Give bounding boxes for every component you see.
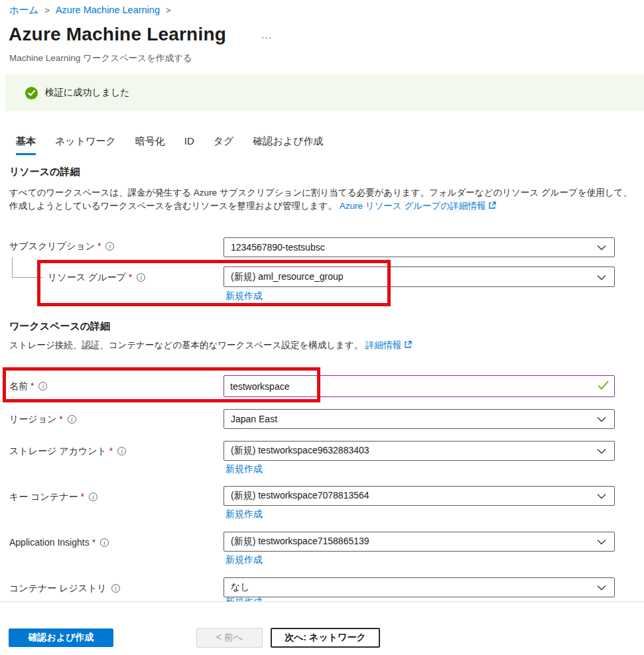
azure-portal-create-ml-workspace-page: ホーム>Azure Machine Learning> Azure Machin… (0, 0, 644, 655)
workspace-details-description: ストレージ接続、認証、コンテナーなどの基本的なワークスペース設定を構成します。 … (9, 339, 639, 353)
more-options-icon[interactable]: ... (261, 29, 273, 40)
info-icon[interactable] (105, 242, 114, 251)
resource-details-description-line1: すべてのワークスペースは、課金が発生する Azure サブスクリプションに割り当… (9, 188, 632, 198)
key-vault-label-text: キー コンテナー (9, 491, 78, 502)
resource-group-info-link[interactable]: Azure リソース グループの詳細情報 (340, 201, 485, 211)
resource-group-create-new-link[interactable]: 新規作成 (225, 290, 263, 302)
storage-account-label: ストレージ アカウント* (9, 446, 126, 457)
tab-networking[interactable]: ネットワーク (55, 135, 116, 155)
key-vault-label: キー コンテナー* (9, 491, 97, 503)
resource-group-label-text: リソース グループ (48, 272, 126, 282)
application-insights-value: (新規) testworkspace7158865139 (231, 536, 369, 548)
info-icon[interactable] (38, 382, 47, 390)
region-dropdown[interactable]: Japan East (224, 409, 615, 429)
storage-account-value: (新規) testworkspace9632883403 (231, 445, 369, 457)
wizard-tabs: 基本 ネットワーク 暗号化 ID タグ 確認および作成 (16, 135, 324, 155)
resource-group-label: リソース グループ* (48, 272, 145, 284)
tab-basics[interactable]: 基本 (16, 135, 36, 155)
chevron-down-icon (597, 413, 606, 425)
tab-review-create[interactable]: 確認および作成 (253, 135, 323, 155)
required-marker: * (129, 272, 132, 282)
required-marker: * (59, 414, 62, 424)
required-marker: * (92, 537, 96, 548)
wizard-footer: 確認および作成 < 前へ 次へ: ネットワーク (0, 601, 644, 655)
resource-group-value: (新規) aml_resource_group (231, 271, 344, 283)
application-insights-label-text: Application Insights (9, 537, 90, 548)
breadcrumb-home-link[interactable]: ホーム (9, 5, 38, 15)
info-icon[interactable] (111, 584, 120, 593)
info-icon[interactable] (117, 447, 126, 455)
tab-identity[interactable]: ID (184, 135, 194, 155)
previous-button[interactable]: < 前へ (196, 628, 263, 648)
breadcrumb-aml-link[interactable]: Azure Machine Learning (56, 5, 160, 15)
breadcrumb-separator: > (166, 5, 171, 15)
indent-connector-line (12, 257, 43, 278)
subscription-label-text: サブスクリプション (9, 241, 95, 251)
external-link-icon (404, 339, 412, 353)
storage-account-label-text: ストレージ アカウント (9, 446, 107, 456)
valid-check-icon (598, 381, 609, 392)
workspace-details-heading: ワークスペースの詳細 (9, 320, 110, 333)
next-networking-button[interactable]: 次へ: ネットワーク (271, 628, 380, 648)
breadcrumb: ホーム>Azure Machine Learning> (9, 4, 177, 17)
tab-encryption[interactable]: 暗号化 (135, 135, 165, 155)
key-vault-dropdown[interactable]: (新規) testworkspace7078813564 (224, 486, 615, 506)
chevron-down-icon (597, 581, 606, 593)
subscription-value: 1234567890-testsubsc (231, 242, 325, 253)
resource-details-description: すべてのワークスペースは、課金が発生する Azure サブスクリプションに割り当… (9, 186, 639, 213)
key-vault-create-new-link[interactable]: 新規作成 (225, 508, 263, 520)
name-label-text: 名前 (9, 381, 28, 391)
container-registry-label-text: コンテナー レジストリ (9, 583, 107, 593)
external-link-icon (488, 200, 496, 213)
resource-details-heading: リソースの詳細 (9, 166, 80, 178)
breadcrumb-separator: > (44, 5, 50, 15)
application-insights-dropdown[interactable]: (新規) testworkspace7158865139 (224, 532, 615, 552)
success-check-icon (25, 87, 38, 99)
storage-account-dropdown[interactable]: (新規) testworkspace9632883403 (224, 441, 615, 461)
region-label: リージョン* (9, 414, 76, 426)
review-and-create-button[interactable]: 確認および作成 (9, 628, 113, 647)
container-registry-dropdown[interactable]: なし (224, 577, 615, 597)
info-icon[interactable] (137, 273, 145, 282)
info-icon[interactable] (100, 538, 109, 547)
info-icon[interactable] (68, 415, 76, 424)
page-subtitle: Machine Learning ワークスペースを作成する (9, 52, 192, 64)
chevron-down-icon (597, 241, 606, 253)
storage-account-create-new-link[interactable]: 新規作成 (225, 463, 263, 475)
key-vault-value: (新規) testworkspace7078813564 (231, 490, 369, 502)
workspace-name-input[interactable] (224, 375, 615, 397)
page-title: Azure Machine Learning (9, 24, 226, 45)
tab-tags[interactable]: タグ (214, 135, 234, 155)
validation-success-message: 検証に成功しました (45, 87, 130, 99)
workspace-details-description-text: ストレージ接続、認証、コンテナーなどの基本的なワークスペース設定を構成します。 (9, 340, 365, 350)
required-marker: * (31, 381, 34, 391)
container-registry-label: コンテナー レジストリ (9, 583, 120, 595)
name-label: 名前* (9, 381, 47, 392)
chevron-down-icon (597, 271, 606, 283)
subscription-label: サブスクリプション* (9, 241, 114, 253)
subscription-dropdown[interactable]: 1234567890-testsubsc (224, 237, 615, 257)
workspace-info-link[interactable]: 詳細情報 (365, 340, 401, 350)
workspace-name-field (224, 375, 615, 397)
application-insights-create-new-link[interactable]: 新規作成 (225, 554, 263, 566)
region-value: Japan East (231, 414, 277, 424)
region-label-text: リージョン (9, 414, 56, 424)
required-marker: * (109, 446, 113, 456)
chevron-down-icon (597, 490, 606, 502)
validation-success-banner: 検証に成功しました (5, 74, 644, 111)
resource-group-dropdown[interactable]: (新規) aml_resource_group (224, 267, 615, 287)
required-marker: * (97, 241, 101, 251)
required-marker: * (81, 491, 84, 502)
chevron-down-icon (597, 536, 606, 548)
application-insights-label: Application Insights* (9, 537, 109, 548)
info-icon[interactable] (89, 493, 97, 501)
chevron-down-icon (597, 445, 606, 457)
resource-details-description-line2: 作成しようとしているワークスペースを含むリソースを整理および管理します。 (9, 201, 340, 211)
container-registry-value: なし (231, 581, 250, 593)
